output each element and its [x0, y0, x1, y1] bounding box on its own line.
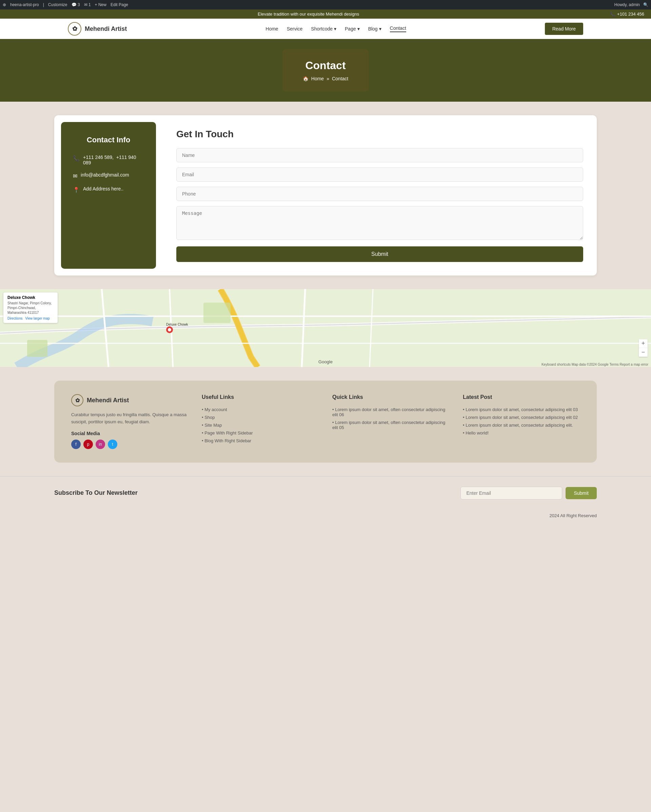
contact-form-title: Get In Touch	[176, 129, 583, 140]
nav-blog[interactable]: Blog ▾	[368, 26, 381, 32]
submit-button[interactable]: Submit	[176, 246, 583, 262]
navigation: Home Service Shortcode ▾ Page ▾ Blog ▾ C…	[266, 25, 406, 32]
map-controls: + −	[639, 339, 648, 357]
contact-section: Contact Info 📞 +111 246 589, +111 940 08…	[54, 115, 597, 276]
newsletter-email-input[interactable]	[460, 487, 562, 499]
page-banner: Contact 🏠 Home » Contact	[0, 39, 651, 102]
larger-map-link[interactable]: View larger map	[25, 316, 49, 320]
wp-logo: ⊕	[3, 2, 6, 7]
top-bar-phone: 📞 +101 234 456	[610, 12, 644, 17]
footer-social-icons: f p in t	[71, 440, 188, 449]
footer-about-col: ✿ Mehendi Artist Curabitur tempus justo …	[71, 394, 188, 449]
nav-contact[interactable]: Contact	[390, 25, 406, 32]
newsletter-submit-button[interactable]: Submit	[565, 487, 597, 499]
nav-service[interactable]: Service	[287, 26, 303, 32]
howdy-label: Howdy, admin	[614, 2, 640, 7]
list-item[interactable]: Lorem ipsum dolor sit amet, consectetur …	[463, 421, 580, 429]
site-name-link[interactable]: heena-artist-pro	[10, 2, 39, 7]
zoom-in-button[interactable]: +	[639, 339, 648, 348]
page-title: Contact	[303, 59, 348, 72]
location-icon: 📍	[73, 187, 80, 193]
instagram-icon[interactable]: in	[96, 440, 105, 449]
footer-logo-icon: ✿	[71, 394, 83, 406]
edit-page-link[interactable]: Edit Page	[110, 2, 128, 7]
contact-email-item: ✉ info@abcdfghmail.com	[73, 172, 144, 179]
name-input[interactable]	[176, 148, 583, 162]
list-item[interactable]: Lorem ipsum dolor sit amet, often consec…	[332, 406, 449, 418]
footer-logo: ✿ Mehendi Artist	[71, 394, 188, 406]
nav-shortcode[interactable]: Shortcode ▾	[311, 26, 336, 32]
pinterest-icon[interactable]: p	[83, 440, 93, 449]
map-attribution: Keyboard shortcuts Map data ©2024 Google…	[541, 363, 648, 366]
home-icon: 🏠	[303, 76, 309, 81]
breadcrumb-current: Contact	[332, 76, 348, 81]
page-banner-inner: Contact 🏠 Home » Contact	[283, 49, 368, 92]
phone-input[interactable]	[176, 187, 583, 201]
contact-info-title: Contact Info	[73, 136, 144, 144]
list-item[interactable]: Site Map	[202, 421, 319, 429]
useful-links-list: My account Shop Site Map Page With Right…	[202, 406, 319, 445]
svg-text:Deluxe Chowk: Deluxe Chowk	[166, 323, 188, 327]
contact-address: Add Address here..	[83, 186, 124, 191]
map-info-box: Deluxe Chowk Shastri Nagar, Pimpri Colon…	[3, 293, 58, 323]
separator: |	[43, 2, 44, 7]
nav-home[interactable]: Home	[266, 26, 278, 32]
contact-info-panel: Contact Info 📞 +111 246 589, +111 940 08…	[61, 122, 156, 269]
map-svg: Deluxe Chowk	[0, 289, 651, 367]
footer-inner: ✿ Mehendi Artist Curabitur tempus justo …	[54, 381, 597, 462]
newsletter-form: Submit	[460, 487, 597, 499]
list-item[interactable]: Shop	[202, 414, 319, 421]
footer: ✿ Mehendi Artist Curabitur tempus justo …	[0, 367, 651, 476]
admin-bar: ⊕ heena-artist-pro | Customize 💬 3 ✉ 1 +…	[0, 0, 651, 9]
contact-email: info@abcdfghmail.com	[81, 172, 129, 178]
logo-icon: ✿	[68, 22, 81, 35]
footer-site-name: Mehendi Artist	[87, 397, 129, 404]
map-address: Shastri Nagar, Pimpri Colony, Pimpri-Chi…	[8, 301, 53, 315]
list-item[interactable]: Page With Right Sidebar	[202, 429, 319, 437]
site-title: Mehendi Artist	[85, 25, 127, 32]
map-section: Deluxe Chowk Deluxe Chowk Shastri Nagar,…	[0, 289, 651, 367]
directions-link[interactable]: Directions	[8, 316, 22, 320]
list-item[interactable]: Lorem ipsum dolor sit amet, consectetur …	[463, 406, 580, 414]
footer-social-title: Social Media	[71, 431, 188, 436]
useful-links-title: Useful Links	[202, 394, 319, 400]
customize-link[interactable]: Customize	[48, 2, 67, 7]
footer-copyright: 2024 All Right Reserved	[0, 510, 651, 525]
nav-page[interactable]: Page ▾	[345, 26, 360, 32]
top-bar-announcement: Elevate tradition with our exquisite Meh…	[7, 12, 610, 17]
new-link[interactable]: + New	[95, 2, 107, 7]
map-placeholder: Deluxe Chowk Deluxe Chowk Shastri Nagar,…	[0, 289, 651, 367]
email-input[interactable]	[176, 168, 583, 182]
list-item[interactable]: My account	[202, 406, 319, 414]
map-place-title: Deluxe Chowk	[8, 295, 53, 300]
phone-icon: 📞	[610, 12, 616, 17]
list-item[interactable]: Lorem ipsum dolor sit amet, often consec…	[332, 418, 449, 431]
search-icon[interactable]: 🔍	[643, 2, 648, 7]
svg-rect-10	[203, 303, 231, 323]
list-item[interactable]: Blog With Right Sidebar	[202, 437, 319, 445]
message-input[interactable]	[176, 206, 583, 240]
quick-links-list: Lorem ipsum dolor sit amet, often consec…	[332, 406, 449, 431]
contact-phone-item: 📞 +111 246 589, +111 940 089	[73, 154, 144, 165]
twitter-icon[interactable]: t	[108, 440, 117, 449]
logo[interactable]: ✿ Mehendi Artist	[68, 22, 127, 35]
read-more-button[interactable]: Read More	[545, 23, 583, 35]
top-bar: Elevate tradition with our exquisite Meh…	[0, 9, 651, 18]
footer-description: Curabitur tempus justo eu fringilla matt…	[71, 411, 188, 426]
newsletter-section: Subscribe To Our Newsletter Submit	[0, 476, 651, 510]
list-item[interactable]: Hello world!	[463, 429, 580, 437]
messages-link[interactable]: ✉ 1	[84, 2, 91, 7]
svg-point-8	[168, 328, 171, 331]
contact-form-panel: Get In Touch Submit	[163, 115, 597, 276]
quick-links-title: Quick Links	[332, 394, 449, 400]
email-icon: ✉	[73, 173, 77, 179]
main-content: Contact Info 📞 +111 246 589, +111 940 08…	[0, 102, 651, 289]
latest-post-title: Latest Post	[463, 394, 580, 400]
zoom-out-button[interactable]: −	[639, 348, 648, 357]
newsletter-title: Subscribe To Our Newsletter	[54, 489, 138, 496]
list-item[interactable]: Lorem ipsum dolor sit amet, consectetur …	[463, 414, 580, 421]
comments-link[interactable]: 💬 3	[72, 2, 80, 7]
breadcrumb-home[interactable]: Home	[311, 76, 324, 81]
footer-latest-post-col: Latest Post Lorem ipsum dolor sit amet, …	[463, 394, 580, 449]
facebook-icon[interactable]: f	[71, 440, 81, 449]
